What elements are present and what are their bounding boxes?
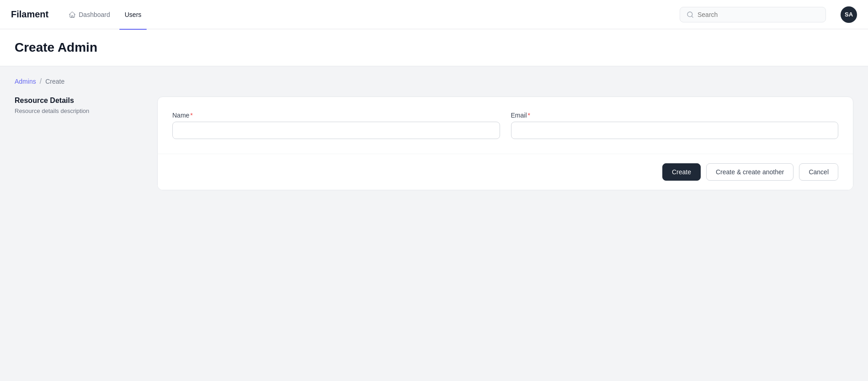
breadcrumb-admins-link[interactable]: Admins <box>15 78 36 85</box>
search-input[interactable] <box>698 11 819 18</box>
breadcrumb: Admins / Create <box>15 77 853 86</box>
search-icon <box>687 11 694 18</box>
email-label: Email* <box>511 112 839 119</box>
nav-item-users[interactable]: Users <box>119 7 147 22</box>
app-logo: Filament <box>11 9 48 20</box>
nav-users-label: Users <box>125 11 142 18</box>
page-title: Create Admin <box>15 40 853 55</box>
create-another-button[interactable]: Create & create another <box>706 163 793 181</box>
section-title: Resource Details <box>15 97 143 105</box>
email-input[interactable] <box>511 122 839 139</box>
cancel-button[interactable]: Cancel <box>799 163 838 181</box>
form-body: Name* Email* <box>158 97 853 154</box>
breadcrumb-separator: / <box>40 77 42 86</box>
name-input[interactable] <box>172 122 500 139</box>
name-label: Name* <box>172 112 500 119</box>
search-wrapper <box>680 7 826 22</box>
page-title-area: Create Admin <box>0 29 868 66</box>
name-required: * <box>190 112 192 119</box>
content-section: Resource Details Resource details descri… <box>15 97 853 190</box>
nav-dashboard-label: Dashboard <box>79 11 110 18</box>
email-field-group: Email* <box>511 112 839 139</box>
header: Filament Dashboard Users SA <box>0 0 868 29</box>
form-row: Name* Email* <box>172 112 838 139</box>
nav-item-dashboard[interactable]: Dashboard <box>63 7 116 22</box>
page-footer: filament <box>0 374 868 381</box>
form-card: Name* Email* Create Create & <box>157 97 853 190</box>
email-required: * <box>528 112 530 119</box>
main-content: Admins / Create Resource Details Resourc… <box>0 66 868 374</box>
home-icon <box>69 11 76 18</box>
avatar[interactable]: SA <box>841 6 857 23</box>
section-subtitle: Resource details description <box>15 107 143 114</box>
name-field-group: Name* <box>172 112 500 139</box>
section-description: Resource Details Resource details descri… <box>15 97 143 114</box>
form-footer: Create Create & create another Cancel <box>158 154 853 190</box>
create-button[interactable]: Create <box>662 163 701 181</box>
main-nav: Dashboard Users <box>63 7 665 22</box>
breadcrumb-current: Create <box>45 78 64 85</box>
